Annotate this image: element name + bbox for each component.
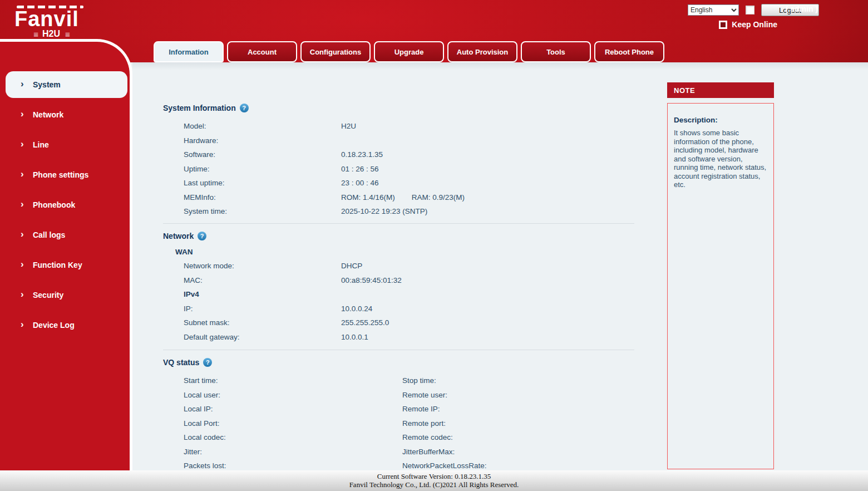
chevron-right-icon: ›: [21, 79, 28, 89]
top-tab-bar: Information Account Configurations Upgra…: [154, 41, 664, 62]
logo-brand-text: Fanvil: [14, 6, 88, 30]
row-label: Last uptime:: [184, 179, 341, 187]
row-label: IP:: [184, 305, 341, 313]
logo-model-text: H2U: [42, 29, 60, 39]
help-icon[interactable]: ?: [240, 104, 249, 112]
row-label: Remote port:: [402, 419, 446, 428]
sidebar-item-phonebook[interactable]: › Phonebook: [6, 192, 127, 218]
row-value: DHCP: [341, 262, 362, 270]
keep-online-group: Keep Online: [719, 20, 777, 29]
section-title: System Information: [163, 104, 236, 112]
tab-reboot-phone[interactable]: Reboot Phone: [594, 41, 664, 62]
tab-configurations[interactable]: Configurations: [300, 41, 371, 62]
chevron-right-icon: ›: [21, 289, 28, 299]
note-body: Description: It shows some basic informa…: [667, 103, 774, 469]
language-select[interactable]: English: [688, 4, 739, 16]
logo-dash-right-icon: ≡: [65, 30, 69, 39]
sidebar-item-label: Network: [33, 110, 63, 119]
row-label: Packets lost:: [184, 461, 402, 470]
sidebar-item-label: Call logs: [33, 230, 65, 239]
page-footer: Current Software Version: 0.18.23.1.35 F…: [0, 470, 868, 491]
row-label: Default gateway:: [184, 333, 341, 341]
sidebar-item-label: Phonebook: [33, 200, 75, 209]
section-title: Network: [163, 232, 194, 240]
section-divider: [163, 350, 634, 350]
row-label: Model:: [184, 122, 341, 130]
sidebar-item-label: Phone settings: [33, 170, 88, 179]
chevron-right-icon: ›: [21, 199, 28, 209]
chevron-right-icon: ›: [21, 109, 28, 119]
fanvil-logo: Fanvil ≡ H2U ≡: [14, 4, 88, 39]
sidebar-nav: › System › Network › Line › Phone settin…: [0, 39, 132, 470]
row-value: 01 : 26 : 56: [341, 165, 379, 173]
sidebar-item-security[interactable]: › Security: [6, 282, 127, 308]
row-value: 255.255.255.0: [341, 318, 389, 327]
row-label: System time:: [184, 207, 341, 215]
row-value: 2025-10-22 19:23 (SNTP): [341, 207, 427, 215]
row-label: Local Port:: [184, 419, 402, 428]
row-label: Remote user:: [402, 391, 447, 399]
keep-online-checkbox[interactable]: [719, 21, 727, 29]
sidebar-item-function-key[interactable]: › Function Key: [6, 252, 127, 278]
row-value: 10.0.0.24: [341, 305, 372, 313]
row-label: Local IP:: [184, 405, 402, 413]
tab-auto-provision[interactable]: Auto Provision: [447, 41, 517, 62]
section-title: VQ status: [163, 358, 199, 367]
row-label: Start time:: [184, 376, 402, 385]
row-label: Hardware:: [184, 136, 341, 145]
footer-software-version: Current Software Version: 0.18.23.1.35: [0, 472, 868, 480]
note-panel: NOTE Description: It shows some basic in…: [667, 82, 774, 469]
help-icon[interactable]: ?: [203, 358, 212, 367]
sidebar-item-label: Device Log: [33, 321, 75, 330]
row-label: NetworkPacketLossRate:: [402, 461, 487, 470]
row-value-secondary: RAM: 0.9/23(M): [412, 193, 465, 202]
sidebar-item-network[interactable]: › Network: [6, 101, 127, 128]
row-value: 10.0.0.1: [341, 333, 368, 341]
row-label: Uptime:: [184, 165, 341, 173]
row-label: Jitter:: [184, 448, 402, 456]
keep-online-label: Keep Online: [732, 20, 777, 29]
footer-copyright: Fanvil Technology Co., Ltd. (C)2021 All …: [0, 480, 868, 489]
sidebar-item-label: Function Key: [33, 261, 82, 269]
chevron-right-icon: ›: [21, 229, 28, 239]
note-description-text: It shows some basic information of the p…: [674, 129, 768, 189]
chevron-right-icon: ›: [21, 169, 28, 179]
row-label: Stop time:: [402, 376, 436, 385]
row-value: H2U: [341, 122, 356, 130]
tab-information[interactable]: Information: [154, 41, 224, 62]
row-label: Local codec:: [184, 433, 402, 441]
tab-upgrade[interactable]: Upgrade: [374, 41, 444, 62]
logo-dash-left-icon: ≡: [33, 30, 37, 39]
help-icon[interactable]: ?: [198, 232, 206, 240]
sidebar-item-call-logs[interactable]: › Call logs: [6, 222, 127, 248]
row-label: Local user:: [184, 391, 402, 399]
row-label: Network mode:: [184, 262, 341, 270]
sidebar-item-label: System: [33, 80, 61, 89]
note-header: NOTE: [667, 82, 774, 98]
sidebar-item-device-log[interactable]: › Device Log: [6, 312, 127, 338]
row-value: ROM: 1.4/16(M): [341, 193, 395, 202]
sidebar-item-line[interactable]: › Line: [6, 131, 127, 158]
row-value: 00:a8:59:45:01:32: [341, 276, 402, 284]
sidebar-item-phone-settings[interactable]: › Phone settings: [6, 161, 127, 188]
sidebar-item-label: Security: [33, 291, 63, 299]
row-label: Remote codec:: [402, 433, 453, 441]
sidebar-item-system[interactable]: › System: [6, 71, 127, 98]
logged-in-user: ( admin ): [786, 4, 818, 13]
row-label: Remote IP:: [402, 405, 440, 413]
tab-account[interactable]: Account: [227, 41, 297, 62]
language-save-checkbox[interactable]: [746, 6, 754, 14]
row-label: MEMInfo:: [184, 193, 341, 202]
sidebar-item-label: Line: [33, 140, 49, 149]
section-divider: [163, 223, 634, 224]
chevron-right-icon: ›: [21, 259, 28, 269]
row-label: MAC:: [184, 276, 341, 284]
row-label: JitterBufferMax:: [402, 448, 455, 456]
tab-tools[interactable]: Tools: [521, 41, 591, 62]
row-label: Subnet mask:: [184, 318, 341, 327]
chevron-right-icon: ›: [21, 139, 28, 149]
chevron-right-icon: ›: [21, 320, 28, 329]
row-value: 23 : 00 : 46: [341, 179, 379, 187]
row-value: 0.18.23.1.35: [341, 150, 383, 159]
note-description-label: Description:: [674, 116, 768, 124]
